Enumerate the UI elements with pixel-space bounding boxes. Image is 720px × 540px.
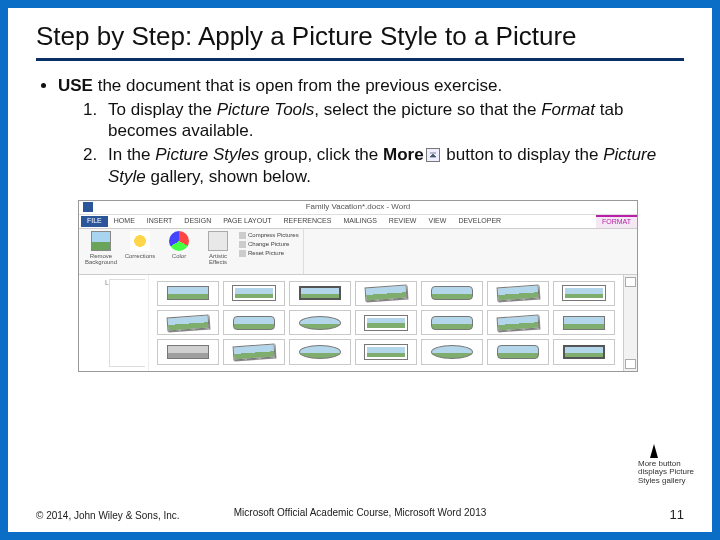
ribbon-group-adjust: Remove Background Corrections Color Arti… xyxy=(79,229,304,274)
tab-references[interactable]: REFERENCES xyxy=(278,216,338,227)
step-1: To display the Picture Tools, select the… xyxy=(102,99,684,143)
up-arrow-icon xyxy=(650,444,658,458)
tab-review[interactable]: REVIEW xyxy=(383,216,423,227)
tab-page-layout[interactable]: PAGE LAYOUT xyxy=(217,216,277,227)
step-2: In the Picture Styles group, click the M… xyxy=(102,144,684,188)
style-thumb[interactable] xyxy=(157,281,219,306)
word-ribbon-screenshot: PICTURE TOOLS Family Vacation*.docx - Wo… xyxy=(78,200,638,372)
window-titlebar: Family Vacation*.docx - Word xyxy=(79,201,637,215)
adjust-small-buttons: Compress Pictures Change Picture Reset P… xyxy=(239,231,299,259)
style-thumb[interactable] xyxy=(289,281,351,306)
style-thumb[interactable] xyxy=(223,310,285,335)
style-thumb[interactable] xyxy=(355,310,417,335)
style-thumb[interactable] xyxy=(553,281,615,306)
style-thumb[interactable] xyxy=(553,339,615,364)
slide-title: Step by Step: Apply a Picture Style to a… xyxy=(36,22,684,61)
style-thumb[interactable] xyxy=(355,339,417,364)
tab-file[interactable]: FILE xyxy=(81,216,108,227)
gallery-scroll-up[interactable] xyxy=(625,277,636,287)
corrections-button[interactable]: Corrections xyxy=(122,231,158,259)
artistic-effects-button[interactable]: Artistic Effects xyxy=(200,231,236,265)
style-thumb[interactable] xyxy=(355,281,417,306)
color-button[interactable]: Color xyxy=(161,231,197,259)
footer-course: Microsoft Official Academic Course, Micr… xyxy=(36,507,684,518)
bullet-use-rest: the document that is open from the previ… xyxy=(93,76,502,95)
word-app-icon xyxy=(83,202,93,212)
style-thumb[interactable] xyxy=(289,310,351,335)
tab-developer[interactable]: DEVELOPER xyxy=(452,216,507,227)
bullet-use: USE the document that is open from the p… xyxy=(58,75,684,188)
more-dropdown-icon xyxy=(426,148,440,162)
bullet-use-bold: USE xyxy=(58,76,93,95)
style-thumb[interactable] xyxy=(487,339,549,364)
picture-style-gallery xyxy=(149,275,623,371)
style-thumb[interactable] xyxy=(223,281,285,306)
style-thumb[interactable] xyxy=(157,339,219,364)
style-thumb[interactable] xyxy=(289,339,351,364)
gallery-more-button[interactable] xyxy=(625,359,636,369)
document-page-edge: L xyxy=(79,275,149,371)
slide-body: USE the document that is open from the p… xyxy=(36,75,684,372)
tab-mailings[interactable]: MAILINGS xyxy=(337,216,382,227)
tab-view[interactable]: VIEW xyxy=(422,216,452,227)
style-thumb[interactable] xyxy=(157,310,219,335)
tab-insert[interactable]: INSERT xyxy=(141,216,179,227)
slide: Step by Step: Apply a Picture Style to a… xyxy=(0,0,720,540)
slide-footer: © 2014, John Wiley & Sons, Inc. Microsof… xyxy=(36,507,684,522)
ribbon-tabs: FILE HOME INSERT DESIGN PAGE LAYOUT REFE… xyxy=(79,215,637,229)
tab-home[interactable]: HOME xyxy=(108,216,141,227)
style-thumb[interactable] xyxy=(421,339,483,364)
ribbon: Remove Background Corrections Color Arti… xyxy=(79,229,637,275)
style-thumb[interactable] xyxy=(487,281,549,306)
style-thumb[interactable] xyxy=(421,310,483,335)
remove-background-button[interactable]: Remove Background xyxy=(83,231,119,265)
style-thumb[interactable] xyxy=(553,310,615,335)
document-title: Family Vacation*.docx - Word xyxy=(306,202,411,212)
compress-pictures-button[interactable]: Compress Pictures xyxy=(239,231,299,240)
document-and-gallery: L xyxy=(79,275,637,371)
style-thumb[interactable] xyxy=(487,310,549,335)
style-thumb[interactable] xyxy=(421,281,483,306)
change-picture-button[interactable]: Change Picture xyxy=(239,240,299,249)
tab-format[interactable]: FORMAT xyxy=(596,215,637,228)
gallery-scroll-column xyxy=(623,275,637,371)
style-thumb[interactable] xyxy=(223,339,285,364)
tab-design[interactable]: DESIGN xyxy=(178,216,217,227)
more-button-callout: More button displays Picture Styles gall… xyxy=(638,444,708,486)
reset-picture-button[interactable]: Reset Picture xyxy=(239,249,299,258)
